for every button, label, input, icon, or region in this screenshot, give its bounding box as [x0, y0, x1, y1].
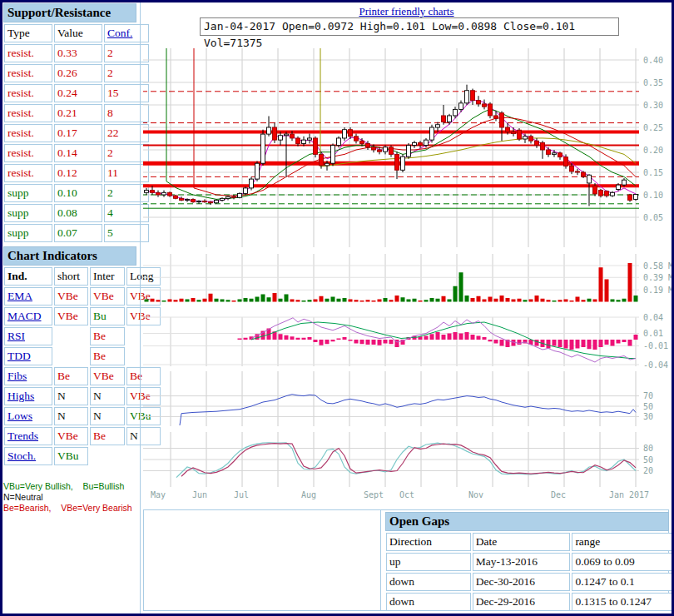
sr-row: resist.0.1722 — [4, 124, 149, 142]
sr-col-value: Value — [54, 24, 102, 42]
ind-rating-cell: Bu — [90, 307, 125, 325]
sr-row: resist.0.142 — [4, 144, 149, 162]
svg-text:-0.04: -0.04 — [643, 360, 668, 370]
sr-row: supp0.084 — [4, 204, 149, 222]
gap-date-cell: Dec-29-2016 — [473, 593, 571, 611]
chart-indicators-table: Ind.shortInterLongEMAVBeVBeVBeMACDVBeBuV… — [2, 266, 162, 467]
gap-row: upMay-13-20160.069 to 0.09 — [386, 553, 672, 571]
ind-name-cell: MACD — [4, 307, 52, 325]
indicator-link-lows[interactable]: Lows — [7, 410, 32, 422]
ind-empty-cell — [54, 327, 88, 345]
indicator-link-trends[interactable]: Trends — [7, 430, 38, 442]
sr-conf-cell: 22 — [104, 124, 149, 142]
sr-value-cell: 0.33 — [54, 44, 102, 62]
svg-text:0.35: 0.35 — [643, 78, 663, 87]
svg-text:Jun: Jun — [192, 490, 207, 499]
ind-rating-cell: N — [90, 387, 125, 405]
gaps-col-range: range — [572, 533, 672, 551]
sr-value-cell: 0.21 — [54, 104, 102, 122]
support-resistance-title: Support/Resistance — [3, 3, 136, 22]
sr-type-cell: resist. — [4, 84, 52, 102]
indicator-link-macd[interactable]: MACD — [7, 310, 42, 322]
sr-value-cell: 0.24 — [54, 84, 102, 102]
indicator-link-stoch[interactable]: Stoch. — [7, 450, 36, 462]
svg-text:0.39 M: 0.39 M — [643, 273, 672, 282]
svg-text:50: 50 — [643, 402, 653, 411]
chart-indicators-title: Chart Indicators — [3, 246, 136, 266]
sr-row: resist.0.332 — [4, 44, 149, 62]
ind-rating-cell: VBe — [54, 307, 88, 325]
sr-row: resist.0.262 — [4, 64, 149, 82]
sr-type-cell: supp — [4, 204, 52, 222]
sr-conf-cell: 2 — [104, 64, 149, 82]
stock-chart-svg: 0.400.350.300.250.200.150.100.050.58 M0.… — [143, 46, 672, 506]
ind-col-short: short — [54, 267, 88, 286]
ind-rating-cell: Be — [90, 427, 125, 445]
sr-conf-cell: 5 — [104, 224, 149, 242]
svg-text:30: 30 — [643, 412, 653, 421]
sr-value-cell: 0.12 — [54, 164, 102, 182]
svg-text:Jul: Jul — [234, 490, 249, 499]
printer-friendly-link[interactable]: Printer friendly charts — [359, 5, 453, 17]
ind-rating-cell: N — [90, 407, 125, 425]
ind-rating-cell: Be — [54, 367, 88, 385]
indicator-row: TDDBe — [4, 347, 161, 365]
gap-range-cell: 0.1315 to 0.1247 — [572, 593, 672, 611]
legend-line: N=Neutral — [3, 492, 138, 503]
gaps-col-date: Date — [473, 533, 571, 551]
svg-text:0.40: 0.40 — [643, 56, 663, 65]
indicator-row: TrendsVBeBeN — [4, 427, 161, 445]
gap-date-cell: May-13-2016 — [473, 553, 571, 571]
sr-value-cell: 0.26 — [54, 64, 102, 82]
svg-text:0.01: 0.01 — [643, 329, 663, 338]
indicator-link-fibs[interactable]: Fibs — [7, 370, 27, 382]
gap-date-cell: Dec-30-2016 — [473, 573, 571, 591]
indicator-row: Stoch.VBu — [4, 447, 161, 465]
sr-type-cell: resist. — [4, 44, 52, 62]
sr-row: supp0.102 — [4, 184, 149, 202]
ind-name-cell: Trends — [4, 427, 52, 445]
indicator-link-tdd[interactable]: TDD — [7, 350, 31, 362]
indicator-row: LowsNNVBu — [4, 407, 161, 425]
svg-text:0.30: 0.30 — [643, 101, 663, 110]
indicator-link-ema[interactable]: EMA — [7, 290, 32, 302]
ind-name-cell: TDD — [4, 347, 52, 365]
svg-text:0.58 M: 0.58 M — [643, 261, 672, 271]
sr-col-type: Type — [4, 24, 52, 42]
svg-text:0.15: 0.15 — [643, 168, 663, 177]
svg-text:80: 80 — [643, 444, 653, 453]
sr-col-conf: Conf. — [104, 24, 149, 42]
svg-text:20: 20 — [643, 466, 653, 475]
sr-type-cell: resist. — [4, 64, 52, 82]
sr-conf-cell: 15 — [104, 84, 149, 102]
indicator-link-rsi[interactable]: RSI — [7, 330, 25, 342]
svg-text:70: 70 — [643, 391, 653, 400]
sr-conf-cell: 4 — [104, 204, 149, 222]
sr-conf-cell: 2 — [104, 44, 149, 62]
indicator-legend: VBu=Very Bullish, Bu=BullishN=NeutralBe=… — [3, 481, 138, 514]
ind-rating-cell: Be — [90, 327, 125, 345]
ohlc-readout-box[interactable]: Jan-04-2017 Open=0.0972 High=0.101 Low=0… — [200, 17, 619, 36]
ind-name-cell: Highs — [4, 387, 52, 405]
ind-rating-cell: VBe — [90, 367, 125, 385]
ind-empty-cell — [90, 447, 125, 465]
svg-text:Nov: Nov — [468, 490, 483, 499]
sr-row: supp0.075 — [4, 224, 149, 242]
legend-line: Be=Bearish, VBe=Very Bearish — [3, 503, 138, 514]
ind-rating-cell: VBe — [54, 427, 88, 445]
sr-value-cell: 0.10 — [54, 184, 102, 202]
indicator-link-highs[interactable]: Highs — [7, 390, 34, 402]
sr-value-cell: 0.08 — [54, 204, 102, 222]
sr-type-cell: supp — [4, 224, 52, 242]
gap-range-cell: 0.069 to 0.09 — [572, 553, 672, 571]
sr-row: resist.0.218 — [4, 104, 149, 122]
conf-link[interactable]: Conf. — [107, 27, 132, 39]
sr-type-cell: resist. — [4, 124, 52, 142]
ind-rating-cell: Be — [90, 347, 125, 365]
ind-col-inter: Inter — [90, 267, 125, 286]
svg-text:Aug: Aug — [301, 490, 316, 499]
ind-rating-cell: N — [54, 407, 88, 425]
gaps-col-direction: Direction — [386, 533, 471, 551]
ind-rating-cell: VBe — [54, 287, 88, 306]
svg-text:-0.01: -0.01 — [643, 341, 668, 350]
